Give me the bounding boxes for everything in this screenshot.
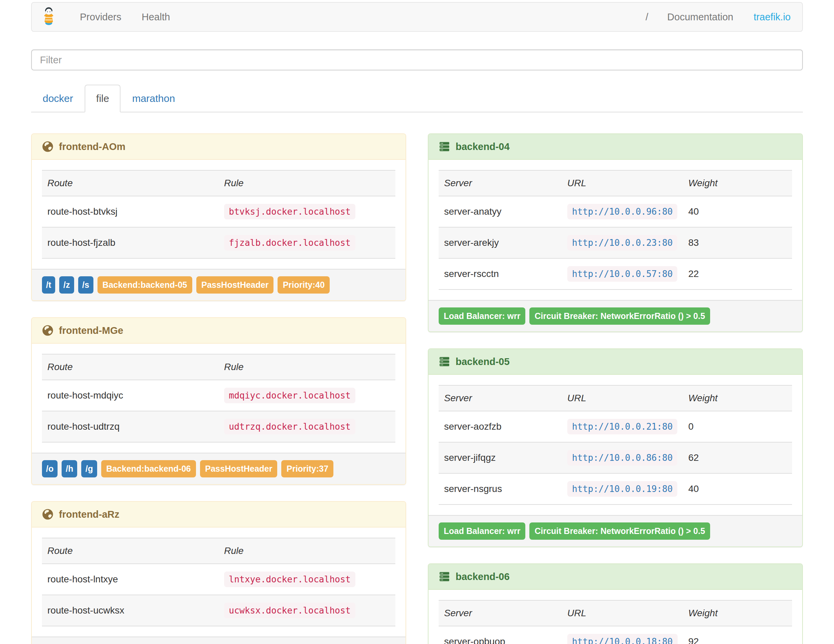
server-weight: 0 <box>683 411 792 442</box>
server-weight: 40 <box>683 196 792 227</box>
nav-providers[interactable]: Providers <box>70 11 132 23</box>
tab-file[interactable]: file <box>85 85 121 112</box>
frontend-card-footer: /t /z /s Backend:backend-05 PassHostHead… <box>32 269 406 300</box>
server-weight: 83 <box>683 227 792 258</box>
table-row: route-host-btvksj btvksj.docker.localhos… <box>42 196 395 227</box>
frontend-card-mge: frontend-MGe Route Rule route-host-mdqiy… <box>31 317 406 485</box>
table-header-row: Route Rule <box>42 170 395 196</box>
filter-input[interactable] <box>31 49 803 70</box>
rule-chip: mdqiyc.docker.localhost <box>224 388 356 403</box>
column-header-rule: Rule <box>219 354 395 380</box>
brand-logo[interactable] <box>41 7 56 27</box>
priority-tag: Priority:40 <box>278 276 330 294</box>
backend-card-06: backend-06 Server URL Weight server-opbu… <box>428 563 803 644</box>
backend-title: backend-05 <box>456 356 510 367</box>
column-header-server: Server <box>439 600 562 626</box>
path-tag: /s <box>78 276 94 294</box>
backend-title: backend-04 <box>456 141 510 152</box>
server-name: server-nsgrus <box>439 473 562 505</box>
backend-card-05: backend-05 Server URL Weight server-aozf… <box>428 348 803 547</box>
provider-tabs: docker file marathon <box>31 85 803 112</box>
tab-marathon[interactable]: marathon <box>121 85 186 112</box>
backend-card-footer: Load Balancer: wrr Circuit Breaker: Netw… <box>428 300 802 332</box>
route-name: route-host-ucwksx <box>42 595 219 626</box>
column-header-rule: Rule <box>219 170 395 196</box>
server-name: server-opbuop <box>439 626 562 644</box>
frontend-title: frontend-MGe <box>59 325 123 336</box>
column-header-url: URL <box>562 170 683 196</box>
table-row: server-anatyy http://10.0.0.96:80 40 <box>439 196 792 227</box>
rule-chip: udtrzq.docker.localhost <box>224 419 356 434</box>
nav-traefik-io[interactable]: traefik.io <box>743 11 793 23</box>
table-row: server-rscctn http://10.0.0.57:80 22 <box>439 258 792 290</box>
frontend-card-header: frontend-MGe <box>32 318 406 344</box>
path-tag: /h <box>61 460 77 477</box>
nav-divider: / <box>637 11 657 23</box>
route-name: route-host-udtrzq <box>42 411 219 442</box>
backend-card-header: backend-04 <box>428 134 802 160</box>
backend-title: backend-06 <box>456 571 510 583</box>
rule-chip: ucwksx.docker.localhost <box>224 603 356 618</box>
routes-table: Route Rule route-host-btvksj btvksj.dock… <box>42 170 395 259</box>
backend-card-04: backend-04 Server URL Weight server-anat… <box>428 133 803 332</box>
frontend-card-body: Route Rule route-host-mdqiyc mdqiyc.dock… <box>32 344 406 453</box>
frontend-card-footer: /o /h /g Backend:backend-06 PassHostHead… <box>32 453 406 484</box>
column-header-route: Route <box>42 170 219 196</box>
globe-icon <box>42 325 53 336</box>
servers-table: Server URL Weight server-opbuop http://1… <box>439 600 792 644</box>
backend-tag: Backend:backend-06 <box>101 460 196 477</box>
globe-icon <box>42 141 53 152</box>
tab-docker[interactable]: docker <box>31 85 85 112</box>
backends-column: backend-04 Server URL Weight server-anat… <box>428 133 803 644</box>
server-name: server-rscctn <box>439 258 562 290</box>
server-url-link[interactable]: http://10.0.0.21:80 <box>567 419 677 434</box>
globe-icon <box>42 508 53 520</box>
table-row: server-nsgrus http://10.0.0.19:80 40 <box>439 473 792 505</box>
server-url-link[interactable]: http://10.0.0.86:80 <box>567 450 677 466</box>
table-row: server-aozfzb http://10.0.0.21:80 0 <box>439 411 792 442</box>
server-icon <box>439 141 450 152</box>
priority-tag: Priority:37 <box>281 460 333 477</box>
frontend-card-aom: frontend-AOm Route Rule route-host-btvks… <box>31 133 406 301</box>
backend-card-header: backend-06 <box>428 564 802 590</box>
route-name: route-host-fjzalb <box>42 227 219 258</box>
server-icon <box>439 571 450 583</box>
server-url-link[interactable]: http://10.0.0.23:80 <box>567 235 677 251</box>
nav-documentation[interactable]: Documentation <box>657 11 743 23</box>
table-row: server-jifqgz http://10.0.0.86:80 62 <box>439 442 792 473</box>
table-row: route-host-ucwksx ucwksx.docker.localhos… <box>42 595 395 626</box>
server-url-link[interactable]: http://10.0.0.18:80 <box>567 634 677 644</box>
backend-tag: Backend:backend-05 <box>97 276 192 294</box>
column-header-route: Route <box>42 354 219 380</box>
server-name: server-aozfzb <box>439 411 562 442</box>
frontend-card-header: frontend-AOm <box>32 134 406 160</box>
traefik-logo-icon <box>41 7 56 27</box>
backend-card-body: Server URL Weight server-anatyy http://1… <box>428 160 802 300</box>
table-row: route-host-fjzalb fjzalb.docker.localhos… <box>42 227 395 258</box>
path-tag: /g <box>81 460 97 477</box>
load-balancer-tag: Load Balancer: wrr <box>439 523 525 540</box>
server-weight: 92 <box>683 626 792 644</box>
server-weight: 62 <box>683 442 792 473</box>
routes-table: Route Rule route-host-mdqiyc mdqiyc.dock… <box>42 354 395 443</box>
path-tag: /z <box>59 276 74 294</box>
server-url-link[interactable]: http://10.0.0.19:80 <box>567 481 677 497</box>
frontends-column: frontend-AOm Route Rule route-host-btvks… <box>31 133 406 644</box>
server-icon <box>439 356 450 367</box>
frontend-title: frontend-AOm <box>59 141 126 152</box>
column-header-url: URL <box>562 385 683 411</box>
column-header-weight: Weight <box>683 170 792 196</box>
server-name: server-anatyy <box>439 196 562 227</box>
route-name: route-host-mdqiyc <box>42 380 219 411</box>
table-header-row: Server URL Weight <box>439 385 792 411</box>
nav-health[interactable]: Health <box>132 11 180 23</box>
routes-table: Route Rule route-host-lntxye lntxye.dock… <box>42 538 395 626</box>
server-url-link[interactable]: http://10.0.0.57:80 <box>567 266 677 282</box>
server-url-link[interactable]: http://10.0.0.96:80 <box>567 204 677 219</box>
table-row: route-host-mdqiyc mdqiyc.docker.localhos… <box>42 380 395 411</box>
table-row: route-host-lntxye lntxye.docker.localhos… <box>42 564 395 595</box>
circuit-breaker-tag: Circuit Breaker: NetworkErrorRatio () > … <box>529 307 710 325</box>
route-name: route-host-btvksj <box>42 196 219 227</box>
servers-table: Server URL Weight server-anatyy http://1… <box>439 170 792 290</box>
server-name: server-arekjy <box>439 227 562 258</box>
